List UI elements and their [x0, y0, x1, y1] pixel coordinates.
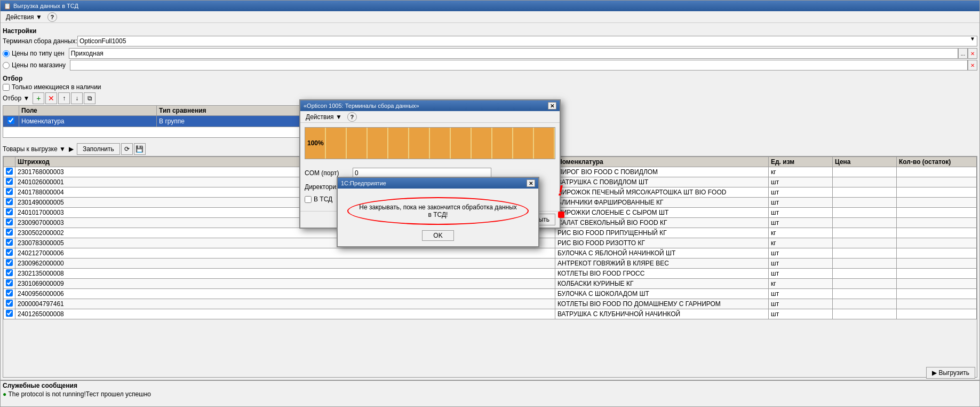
title-bar: 📋 Выгрузка данных в ТСД — [1, 1, 979, 11]
goods-row-checkbox[interactable] — [6, 300, 13, 307]
goods-row-price — [833, 238, 897, 248]
terminal-dropdown-arrow: ▼ — [970, 36, 975, 42]
seg4 — [368, 128, 388, 159]
status-bullet: ● — [3, 390, 6, 398]
filter-copy-btn[interactable]: ⧉ — [84, 92, 95, 104]
goods-row-qty — [897, 269, 977, 279]
filter-section-label: Отбор — [3, 75, 977, 82]
goods-row-unit: кг — [769, 228, 833, 238]
goods-row-price — [833, 299, 897, 309]
alert-ellipse-container: Не закрывать, пока не закончится обработ… — [344, 197, 532, 241]
fill-btn[interactable]: Заполнить — [77, 143, 120, 155]
export-button[interactable]: ▶ Выгрузить — [926, 367, 975, 379]
price-type-input[interactable] — [69, 48, 958, 59]
goods-row-checkbox[interactable] — [6, 279, 13, 286]
filter-col-field — [3, 106, 19, 116]
goods-refresh-btn[interactable]: ⟳ — [121, 143, 133, 155]
goods-row-name: ПИРОГ BIO FOOD С ПОВИДЛОМ — [555, 167, 769, 177]
help-button[interactable]: ? — [47, 12, 57, 22]
price-type-select-btn[interactable]: ... — [958, 48, 968, 59]
filter-row-checkbox[interactable] — [7, 117, 14, 124]
price-shop-clear-btn[interactable]: ✕ — [968, 60, 977, 71]
goods-save-btn[interactable]: 💾 — [134, 143, 146, 155]
price-shop-radio[interactable] — [3, 62, 10, 69]
terminal-row: Терминал сбора данных: OpticonFull1005 ▼ — [3, 36, 977, 46]
goods-row-checkbox[interactable] — [6, 218, 13, 225]
goods-row-unit: шт — [769, 269, 833, 279]
alert-modal-content: Не закрывать, пока не закончится обработ… — [338, 189, 538, 246]
tsd-modal-title-text: «Opticon 1005: Терминалы сбора данных» — [304, 103, 419, 109]
goods-row-checkbox[interactable] — [6, 208, 13, 215]
goods-row-barcode: 2301069000009 — [15, 279, 555, 289]
filter-row[interactable]: Номенклатура В группе — [3, 116, 307, 127]
goods-row-checkbox[interactable] — [6, 188, 13, 195]
goods-row[interactable]: 2401265000008 ВАТРУШКА С КЛУБНИЧНОЙ НАЧИ… — [4, 309, 977, 319]
tsd-menu-bar: Действия ▼ ? — [300, 111, 560, 123]
filter-label[interactable]: Отбор ▼ — [3, 95, 29, 102]
terminal-select[interactable]: OpticonFull1005 — [77, 36, 977, 46]
goods-row-checkbox[interactable] — [6, 249, 13, 256]
goods-label[interactable]: Товары к выгрузке ▼ — [3, 145, 66, 153]
status-bar: Служебные сообщения ● The protocol is no… — [1, 380, 979, 406]
menu-bar: Действия ▼ ? — [1, 11, 979, 23]
goods-row[interactable]: 2402127000006 БУЛОЧКА С ЯБЛОНОЙ НАЧИНКОЙ… — [4, 248, 977, 259]
goods-row-checkbox[interactable] — [6, 178, 13, 185]
filter-delete-btn[interactable]: ✕ — [45, 92, 57, 104]
tsd-modal-close-btn[interactable]: ✕ — [548, 102, 556, 109]
goods-row-check-cell — [4, 269, 15, 279]
title-bar-icon: 📋 — [4, 3, 11, 10]
filter-add-btn[interactable]: + — [33, 92, 44, 104]
goods-row[interactable]: 2302135000008 КОТЛЕТЫ BIO FOOD ГРОСС шт — [4, 269, 977, 279]
goods-row-checkbox[interactable] — [6, 198, 13, 205]
filter-row-field: Номенклатура — [19, 116, 157, 127]
goods-row-checkbox[interactable] — [6, 229, 13, 236]
goods-row-qty — [897, 248, 977, 259]
goods-row-qty — [897, 309, 977, 319]
price-type-radio[interactable] — [3, 50, 10, 57]
goods-col-qty: Кол-во (остаток) — [897, 157, 977, 167]
progress-segments — [305, 128, 555, 159]
goods-row[interactable]: 2400956000006 БУЛОЧКА С ШОКОЛАДОМ ШТ шт — [4, 289, 977, 299]
actions-menu[interactable]: Действия ▼ — [3, 12, 45, 22]
filter-down-btn[interactable]: ↓ — [71, 92, 83, 104]
tsd-actions-menu[interactable]: Действия ▼ — [302, 112, 345, 122]
goods-row-checkbox[interactable] — [6, 259, 13, 266]
goods-row-checkbox[interactable] — [6, 310, 13, 317]
tsd-help-button[interactable]: ? — [347, 112, 357, 122]
filter-row-comparison: В группе — [157, 116, 307, 127]
goods-row-check-cell — [4, 198, 15, 208]
filter-up-btn[interactable]: ↑ — [58, 92, 70, 104]
price-shop-input[interactable] — [70, 60, 968, 71]
seg2 — [326, 128, 347, 159]
goods-col-check — [4, 157, 15, 167]
goods-row-unit: шт — [769, 289, 833, 299]
goods-row-unit: шт — [769, 187, 833, 198]
goods-row[interactable]: 2301069000009 КОЛБАСКИ КУРИНЫЕ КГ кг — [4, 279, 977, 289]
in-tsd-label: В ТСД — [314, 195, 332, 203]
seg5 — [388, 128, 409, 159]
goods-row-checkbox[interactable] — [6, 289, 13, 296]
goods-row-unit: шт — [769, 198, 833, 208]
goods-row[interactable]: 2300962000000 АНТРЕКОТ ГОВЯЖИЙ В КЛЯРЕ В… — [4, 259, 977, 269]
goods-col-unit: Ед. изм — [769, 157, 833, 167]
goods-row-check-cell — [4, 177, 15, 187]
price-type-clear-btn[interactable]: ✕ — [968, 48, 977, 59]
goods-row-checkbox[interactable] — [6, 239, 13, 246]
alert-ok-button[interactable]: OK — [422, 230, 454, 241]
only-available-checkbox[interactable] — [3, 84, 10, 91]
goods-row-price — [833, 279, 897, 289]
goods-row-barcode: 2401265000008 — [15, 309, 555, 319]
goods-row-qty — [897, 238, 977, 248]
goods-row-price — [833, 259, 897, 269]
goods-row-price — [833, 177, 897, 187]
goods-row-check-cell — [4, 309, 15, 319]
goods-row[interactable]: 2000004797461 КОТЛЕТЫ BIO FOOD ПО ДОМАШН… — [4, 299, 977, 309]
goods-row-name: САЛАТ СВЕКОЛЬНЫЙ BIO FOOD КГ — [555, 218, 769, 228]
goods-row-price — [833, 289, 897, 299]
goods-row-checkbox[interactable] — [6, 168, 13, 175]
goods-row-barcode: 2400956000006 — [15, 289, 555, 299]
alert-modal-close-btn[interactable]: ✕ — [527, 179, 535, 187]
in-tsd-checkbox[interactable] — [305, 196, 312, 203]
goods-row-checkbox[interactable] — [6, 269, 13, 276]
main-window: 📋 Выгрузка данных в ТСД Действия ▼ ? Нас… — [0, 0, 980, 407]
